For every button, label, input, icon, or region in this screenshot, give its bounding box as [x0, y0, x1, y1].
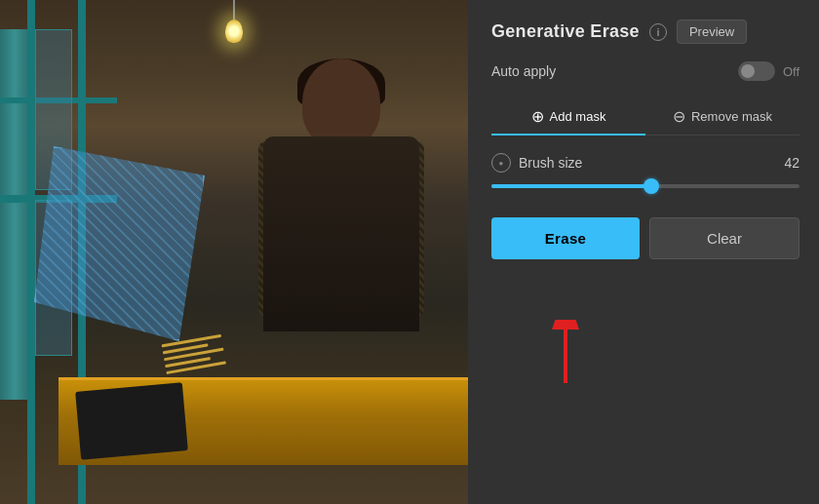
- image-panel: [0, 0, 468, 504]
- brush-size-label: Brush size: [519, 155, 582, 171]
- door-frame-v1: [27, 0, 35, 504]
- add-mask-label: Add mask: [550, 109, 606, 124]
- remove-mask-button[interactable]: ⊖ Remove mask: [645, 98, 800, 135]
- slider-fill: [491, 184, 651, 188]
- brush-size-slider[interactable]: [491, 176, 800, 196]
- menu-book: [75, 382, 188, 459]
- remove-mask-icon: ⊖: [673, 107, 685, 126]
- toggle-group: Off: [738, 61, 800, 81]
- brush-size-left: ● Brush size: [491, 153, 582, 173]
- right-panel: Generative Erase i Preview Auto apply Of…: [468, 0, 819, 504]
- info-icon[interactable]: i: [649, 23, 667, 41]
- door-frame-left: [0, 29, 29, 400]
- add-mask-icon: ⊕: [531, 107, 544, 126]
- toggle-off-label: Off: [783, 64, 800, 79]
- mask-buttons-row: ⊕ Add mask ⊖ Remove mask: [491, 98, 800, 136]
- person-figure: [244, 58, 439, 400]
- person-body: [263, 136, 419, 331]
- toggle-knob: [741, 64, 755, 78]
- auto-apply-toggle[interactable]: [738, 61, 775, 81]
- auto-apply-row: Auto apply Off: [491, 61, 800, 81]
- brush-dot: ●: [499, 159, 504, 168]
- remove-mask-label: Remove mask: [691, 109, 772, 124]
- add-mask-button[interactable]: ⊕ Add mask: [491, 98, 645, 135]
- cafe-scene: [0, 0, 468, 504]
- header-row: Generative Erase i Preview: [491, 19, 800, 44]
- brush-size-value: 42: [784, 155, 800, 171]
- action-buttons: Erase Clear: [491, 217, 800, 259]
- panel-title: Generative Erase: [491, 21, 640, 42]
- brush-size-row: ● Brush size 42: [491, 153, 800, 173]
- preview-button[interactable]: Preview: [677, 19, 747, 44]
- brush-icon: ●: [491, 153, 511, 173]
- slider-track: [491, 184, 800, 188]
- person-head: [302, 58, 380, 146]
- brush-size-section: ● Brush size 42: [491, 153, 800, 196]
- slider-thumb[interactable]: [644, 178, 659, 194]
- light-bulb: [225, 19, 243, 43]
- erase-button[interactable]: Erase: [491, 217, 640, 259]
- auto-apply-label: Auto apply: [491, 63, 556, 79]
- light-cord: [233, 0, 235, 21]
- clear-button[interactable]: Clear: [649, 217, 800, 259]
